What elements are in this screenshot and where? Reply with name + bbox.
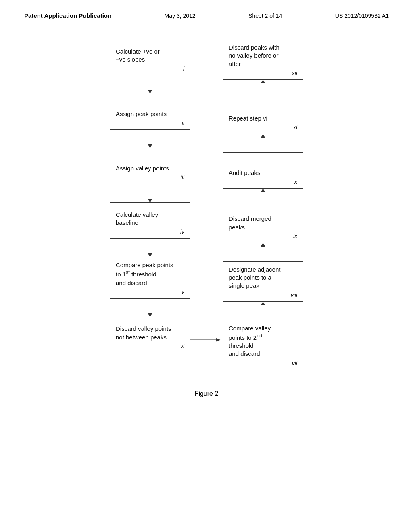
arrow-i-to-ii <box>148 75 152 94</box>
box-x: Audit peaks x <box>223 152 303 189</box>
box-vi: Discard valley pointsnot between peaks v… <box>110 317 190 353</box>
arrow-iv-to-v <box>148 239 152 257</box>
arrow-ii-to-iii <box>148 130 152 148</box>
figure-caption: Figure 2 <box>195 390 219 397</box>
box-iii: Assign valley points iii <box>110 148 190 184</box>
date-label: May 3, 2012 <box>165 12 196 19</box>
patent-number: US 2012/0109532 A1 <box>335 12 389 19</box>
sheet-label: Sheet 2 of 14 <box>248 12 282 19</box>
left-column: Calculate +ve or−ve slopes i Assign peak… <box>110 39 190 370</box>
publication-label: Patent Application Publication <box>24 12 111 19</box>
box-v: Compare peak pointsto 1st thresholdand d… <box>110 257 190 299</box>
box-ii: Assign peak points ii <box>110 94 190 130</box>
arrow-v-to-vi <box>148 299 152 317</box>
right-column: Discard peaks withno valley before oraft… <box>223 39 303 370</box>
arrow-iii-to-iv <box>148 184 152 202</box>
arrow-x-from-ix <box>261 189 265 207</box>
arrow-viii-from-vii <box>261 302 265 320</box>
page-header: Patent Application Publication May 3, 20… <box>0 0 413 23</box>
box-xii: Discard peaks withno valley before oraft… <box>223 39 303 80</box>
arrow-ix-from-viii <box>261 243 265 261</box>
figure-caption-area: Figure 2 <box>0 390 413 397</box>
box-ix: Discard mergedpeaks ix <box>223 207 303 243</box>
arrow-xi-from-x <box>261 134 265 152</box>
arrow-xii-from-xi <box>261 80 265 98</box>
box-iv: Calculate valleybaseline iv <box>110 202 190 239</box>
box-vii: Compare valleypoints to 2ndthresholdand … <box>223 320 303 370</box>
box-i: Calculate +ve or−ve slopes i <box>110 39 190 75</box>
box-viii: Designate adjacentpeak points to asingle… <box>223 261 303 302</box>
box-xi: Repeat step vi xi <box>223 98 303 134</box>
